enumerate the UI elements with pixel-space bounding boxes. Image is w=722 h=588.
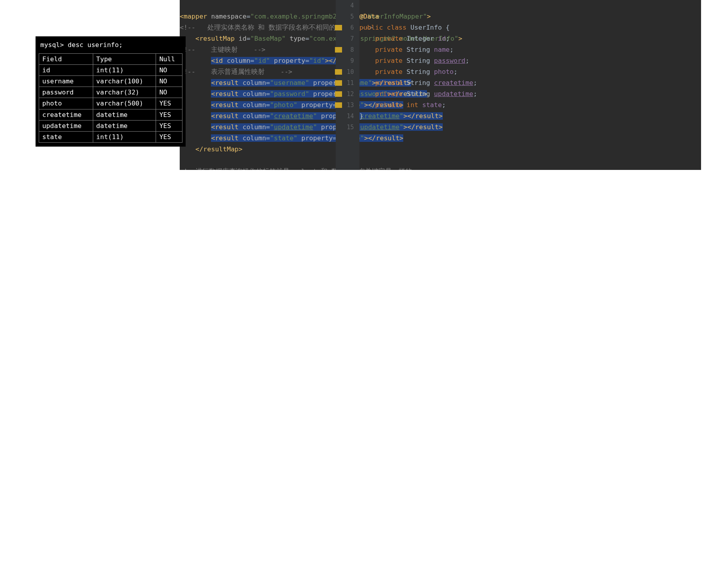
col-null: Null [156, 54, 182, 65]
comment-line-2: <!-- 主键映射 --> [180, 46, 265, 53]
data-annotation: @Data [359, 13, 379, 20]
userinfo-java-top: @Data public class UserInfo { private In… [359, 0, 521, 170]
col-type: Type [93, 54, 156, 65]
resultmap-id: BaseMap [254, 35, 282, 42]
mysql-desc-window: mysql> desc userinfo; Field Type Null id… [36, 36, 186, 147]
top-left-gutter: 4 5 6 7 8 9 10 11 12 13 14 15 [336, 0, 359, 170]
top-section: <mapper namespace="com.example.springmb2… [0, 0, 722, 170]
mysql-desc-table: Field Type Null idint(11)NOusernamevarch… [39, 53, 182, 143]
mysql-desc-prompt: mysql> desc userinfo; [39, 39, 182, 53]
comment-line-3: <!-- 表示普通属性映射 --> [180, 68, 292, 75]
col-field: Field [39, 54, 93, 65]
